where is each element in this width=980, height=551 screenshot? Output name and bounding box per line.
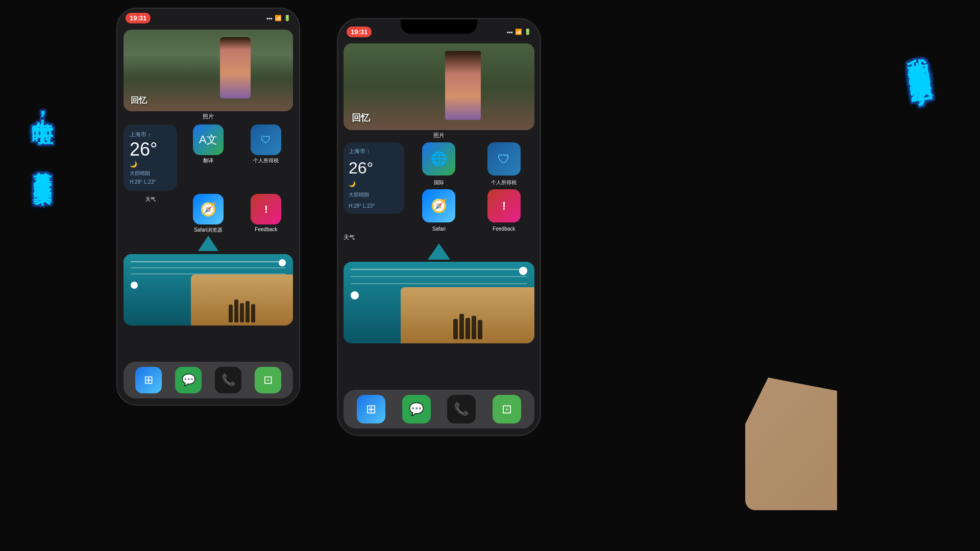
media-line-r1 bbox=[351, 269, 527, 270]
photo-bg-right bbox=[344, 43, 534, 130]
phone-icon-right: 📞 bbox=[454, 402, 469, 416]
translate-app-left[interactable]: A文 翻译 bbox=[181, 124, 235, 191]
time-left: 19:31 bbox=[126, 13, 151, 23]
weather-temp-right: 26° bbox=[349, 160, 399, 176]
media-widget-right[interactable] bbox=[344, 262, 534, 343]
media-dot-right-r bbox=[519, 267, 527, 275]
status-icons-right: ▪▪▪ 📶 🔋 bbox=[507, 29, 531, 35]
tax-icon-right: 🛡 bbox=[487, 142, 521, 176]
battery-icon-right: 🔋 bbox=[524, 29, 531, 35]
safari-icon-left: 🧭 bbox=[193, 194, 224, 224]
safari-label-left: Safari浏览器 bbox=[194, 227, 223, 234]
left-phone-screen: 19:31 ▪▪▪ 📶 🔋 回忆 照片 上海市 ↑ bbox=[117, 9, 299, 405]
media-line-r3 bbox=[351, 283, 527, 284]
translate-icon-left: A文 bbox=[193, 124, 224, 155]
photos-widget-left[interactable]: 回忆 bbox=[124, 30, 293, 111]
arrow-divider-left bbox=[117, 236, 299, 251]
feedback-app-left[interactable]: ! Feedback bbox=[239, 194, 293, 234]
photo-background bbox=[124, 30, 293, 111]
intl-label-right: 国际 bbox=[434, 179, 444, 186]
dock-messages-right[interactable]: 💬 bbox=[402, 395, 431, 423]
weather-condition-right: 大部晴朗 bbox=[349, 191, 399, 198]
person-1 bbox=[229, 305, 233, 322]
appstore-icon-left: ⊞ bbox=[144, 373, 153, 387]
location-arrow: ↑ bbox=[148, 132, 151, 138]
right-phone: 19:31 ▪▪▪ 📶 🔋 回忆 照片 上海市 ↑ 26° 🌙 大部晴朗 bbox=[337, 18, 541, 436]
safari-symbol-right: 🧭 bbox=[431, 198, 447, 214]
translate-label-left: 翻译 bbox=[203, 157, 213, 164]
media-dot-left bbox=[131, 282, 138, 289]
rp-2 bbox=[459, 314, 464, 339]
photos-app-label-right: 照片 bbox=[338, 132, 540, 139]
dock-appstore-left[interactable]: ⊞ bbox=[135, 367, 162, 393]
weather-range-right: H:28° L:23° bbox=[349, 203, 399, 209]
weather-moon-left: 🌙 bbox=[130, 161, 171, 168]
child-figure-right bbox=[445, 51, 481, 120]
tax-symbol-right: 🛡 bbox=[498, 152, 510, 166]
dock-left: ⊞ 💬 📞 ⊡ bbox=[124, 362, 293, 398]
weather-widget-left[interactable]: 上海市 ↑ 26° 🌙 大部晴朗 H:28° L:23° bbox=[124, 124, 177, 191]
feedback-icon-right: ! bbox=[487, 189, 521, 222]
feedback-app-right[interactable]: ! Feedback bbox=[474, 189, 534, 233]
signal-icon-right: ▪▪▪ bbox=[507, 29, 513, 35]
dock-messages-left[interactable]: 💬 bbox=[175, 367, 202, 393]
app-grid-right: 上海市 ↑ 26° 🌙 大部晴朗 H:28° L:23° 🌐 国际 bbox=[344, 142, 534, 233]
safari-label-right: Safari bbox=[432, 226, 446, 232]
rp-1 bbox=[453, 319, 458, 339]
app-col-right-1: 🌐 国际 🧭 Safari bbox=[408, 142, 469, 233]
photo-scene bbox=[124, 30, 293, 111]
weather-widget-right[interactable]: 上海市 ↑ 26° 🌙 大部晴朗 H:28° L:23° bbox=[344, 142, 404, 214]
dock-appstore-right[interactable]: ⊞ bbox=[357, 395, 385, 423]
dock-phone-left[interactable]: 📞 bbox=[215, 367, 241, 393]
right-phone-screen: 19:31 ▪▪▪ 📶 🔋 回忆 照片 上海市 ↑ 26° 🌙 大部晴朗 bbox=[338, 19, 540, 435]
dock-screen-left[interactable]: ⊡ bbox=[255, 367, 281, 393]
safari-app-right[interactable]: 🧭 Safari bbox=[408, 189, 469, 233]
screen-icon-left: ⊡ bbox=[263, 373, 273, 387]
tax-app-left[interactable]: 🛡 个人所得税 bbox=[239, 124, 293, 191]
rp-3 bbox=[465, 318, 470, 339]
tax-label-right: 个人所得税 bbox=[491, 179, 517, 186]
app-row-1: 上海市 ↑ 26° 🌙 大部晴朗 H:28° L:23° A文 翻译 bbox=[124, 124, 293, 191]
photos-widget-right[interactable]: 回忆 bbox=[344, 43, 534, 130]
video-thumb-left bbox=[191, 274, 293, 325]
weather-app-label-right: 天气 bbox=[344, 234, 355, 240]
left-text-overlay: 十年啦， 苹果总算追上安卓？ bbox=[31, 102, 54, 194]
weather-temp-left: 26° bbox=[130, 140, 171, 159]
feedback-symbol-right: ! bbox=[502, 199, 506, 213]
app-row-2: 天气 🧭 Safari浏览器 ! Feedback bbox=[124, 194, 293, 234]
rp-4 bbox=[472, 316, 476, 339]
media-line-1 bbox=[131, 261, 286, 262]
dock-phone-right[interactable]: 📞 bbox=[447, 395, 476, 423]
app-col-right-2: 🛡 个人所得税 ! Feedback bbox=[474, 142, 534, 233]
signal-icon: ▪▪▪ bbox=[266, 15, 273, 21]
translate-symbol: A文 bbox=[199, 132, 218, 147]
weather-range-left: H:28° L:23° bbox=[130, 179, 171, 185]
person-2 bbox=[234, 299, 238, 322]
arrow-divider-right bbox=[338, 243, 540, 260]
left-phone: 19:31 ▪▪▪ 📶 🔋 回忆 照片 上海市 ↑ bbox=[116, 8, 300, 406]
media-dot-right bbox=[279, 259, 286, 266]
tax-app-right[interactable]: 🛡 个人所得税 bbox=[474, 142, 534, 186]
media-line-r2 bbox=[351, 276, 527, 277]
battery-icon: 🔋 bbox=[284, 15, 291, 21]
tax-label-left: 个人所得税 bbox=[253, 157, 279, 164]
wifi-icon: 📶 bbox=[275, 15, 282, 21]
hand-overlay bbox=[745, 378, 837, 510]
safari-symbol: 🧭 bbox=[200, 202, 216, 217]
dock-screen-right[interactable]: ⊡ bbox=[493, 395, 521, 423]
tax-symbol: 🛡 bbox=[261, 134, 271, 146]
time-right: 19:31 bbox=[347, 27, 372, 37]
media-controls-right bbox=[351, 269, 527, 284]
safari-icon-right: 🧭 bbox=[422, 189, 455, 222]
weather-label-row[interactable]: 天气 bbox=[124, 194, 177, 234]
arrow-up-left bbox=[198, 236, 218, 251]
safari-app-left[interactable]: 🧭 Safari浏览器 bbox=[181, 194, 235, 234]
media-widget-left[interactable] bbox=[124, 254, 293, 325]
photos-app-label-left: 照片 bbox=[117, 113, 299, 120]
intl-icon-right: 🌐 bbox=[422, 142, 455, 176]
feedback-label-right: Feedback bbox=[493, 226, 515, 232]
video-scene-right bbox=[401, 287, 534, 343]
media-line-2 bbox=[131, 267, 286, 268]
child-figure bbox=[220, 37, 251, 98]
intl-app-right[interactable]: 🌐 国际 bbox=[408, 142, 469, 186]
